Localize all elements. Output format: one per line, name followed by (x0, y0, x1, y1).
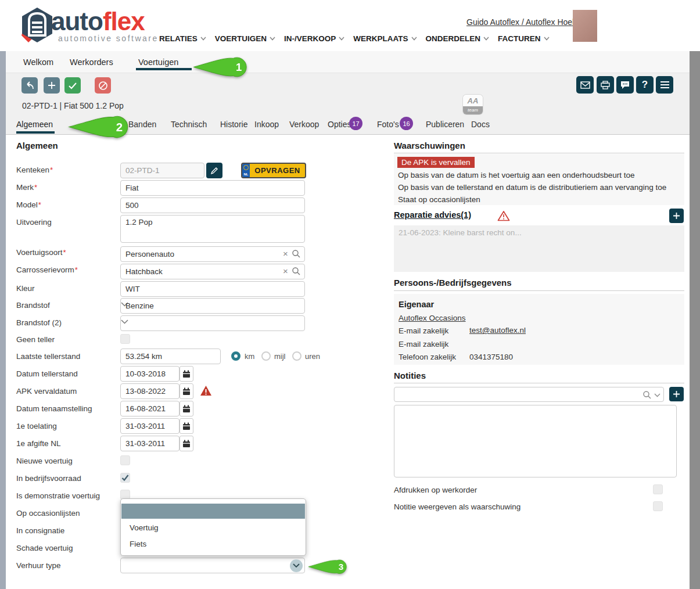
email1-value-link[interactable]: test@autoflex.nl (469, 326, 526, 335)
detail-tab-opties[interactable]: Opties (328, 120, 351, 129)
left-edge-strip (0, 51, 6, 589)
kenteken-input[interactable] (120, 163, 204, 178)
unit-mijl-radio[interactable] (261, 351, 271, 361)
apk-vervaldatum-input[interactable] (120, 383, 180, 399)
tellerstand-label: Laatste tellerstand (16, 352, 80, 361)
verhuur-type-select[interactable] (120, 558, 305, 573)
chevron-down-icon (339, 37, 344, 41)
detail-tab-fotos[interactable]: Foto's (377, 120, 399, 129)
detail-tab-verkoop[interactable]: Verkoop (289, 120, 319, 129)
datum-tenaamstelling-label: Datum tenaamstelling (16, 404, 92, 413)
brandstof2-label: Brandstof (2) (16, 318, 62, 327)
nav-voertuigen[interactable]: VOERTUIGEN (215, 34, 275, 43)
add-button[interactable] (44, 77, 60, 94)
datum-tellerstand-calendar-button[interactable] (180, 366, 193, 382)
print-button[interactable] (597, 76, 614, 94)
autoflex-logo-icon (19, 5, 55, 46)
afgifte-input[interactable] (120, 436, 180, 451)
search-icon[interactable] (642, 390, 652, 400)
brandstof2-select[interactable] (120, 315, 305, 331)
nav-inverkoop[interactable]: IN-/VERKOOP (284, 34, 344, 43)
toelating-input[interactable] (120, 418, 180, 434)
back-button[interactable] (21, 77, 38, 94)
verhuur-type-dropdown-toggle[interactable] (290, 559, 303, 572)
notities-textarea[interactable] (394, 405, 677, 477)
search-icon[interactable] (292, 267, 301, 276)
voertuigsoort-input[interactable] (120, 246, 305, 262)
avatar[interactable] (573, 10, 597, 42)
reparatie-warning-icon (497, 210, 510, 221)
unit-uren-radio[interactable] (292, 351, 301, 361)
tab-voertuigen[interactable]: Voertuigen (138, 58, 178, 67)
edit-kenteken-button[interactable] (206, 163, 222, 178)
toelating-label: 1e toelating (16, 422, 57, 430)
nav-relaties[interactable]: RELATIES (159, 34, 206, 43)
reparatie-advies-link[interactable]: Reparatie advies(1) (394, 210, 471, 220)
clear-icon[interactable]: × (283, 249, 288, 258)
opvragen-button[interactable]: NL OPVRAGEN (241, 163, 306, 178)
help-button[interactable]: ? (636, 76, 654, 94)
dropdown-option-empty[interactable] (121, 504, 305, 519)
consignatie-label: In consignatie (16, 526, 64, 535)
uitvoering-textarea[interactable]: 1.2 Pop (120, 215, 305, 243)
add-reparatie-button[interactable] (669, 209, 684, 223)
clear-icon[interactable]: × (283, 266, 288, 276)
detail-tab-inkoop[interactable]: Inkoop (254, 120, 279, 129)
datum-tenaamstelling-input[interactable] (120, 401, 180, 416)
menu-button[interactable] (656, 76, 673, 94)
question-mark-icon: ? (642, 79, 648, 91)
merk-input[interactable] (120, 180, 305, 196)
detail-tab-publiceren[interactable]: Publiceren (426, 120, 464, 129)
email-button[interactable] (576, 76, 594, 94)
persoons-title: Persoons-/Bedrijfsgegevens (394, 278, 512, 288)
unit-km-radio[interactable] (231, 351, 240, 361)
detail-tab-algemeen[interactable]: Algemeen (16, 120, 53, 129)
datum-tellerstand-input[interactable] (120, 366, 180, 382)
nav-werkplaats[interactable]: WERKPLAATS (353, 34, 417, 43)
eigenaar-link[interactable]: Autoflex Occasions (399, 314, 466, 322)
search-icon[interactable] (292, 249, 301, 258)
calendar-icon (182, 387, 191, 396)
kleur-input[interactable] (120, 281, 305, 297)
chat-bubble-icon (620, 80, 630, 89)
chevron-down-icon (121, 319, 128, 324)
carrosserievorm-input[interactable] (120, 264, 305, 279)
bedrijfsvoorraad-checkbox[interactable] (120, 473, 130, 483)
nav-onderdelen[interactable]: ONDERDELEN (426, 34, 490, 43)
apk-vervaldatum-calendar-button[interactable] (180, 383, 193, 399)
chevron-down-icon (293, 563, 300, 568)
check-icon (68, 82, 77, 89)
apk-expired-badge: De APK is vervallen (397, 157, 475, 168)
nieuwe-voertuig-checkbox[interactable] (120, 455, 130, 465)
afdrukken-checkbox[interactable] (653, 484, 663, 494)
chat-button[interactable] (616, 76, 634, 94)
geen-teller-checkbox[interactable] (120, 334, 130, 344)
detail-tab-historie[interactable]: Historie (220, 120, 247, 129)
tellerstand-input[interactable] (120, 349, 221, 364)
printer-icon (601, 81, 610, 89)
hamburger-icon (660, 81, 669, 88)
model-input[interactable] (120, 197, 305, 213)
user-account-link[interactable]: Guido Autoflex / Autoflex Hoekje (466, 17, 583, 27)
dropdown-option-fiets[interactable]: Fiets (130, 540, 146, 548)
tab-welkom[interactable]: Welkom (23, 58, 53, 67)
vertical-scrollbar[interactable] (690, 51, 700, 589)
detail-tab-docs[interactable]: Docs (471, 120, 490, 129)
afgifte-calendar-button[interactable] (180, 436, 193, 451)
toelating-calendar-button[interactable] (180, 418, 193, 434)
detail-tab-technisch[interactable]: Technisch (171, 120, 207, 129)
notitie-warning-checkbox[interactable] (653, 501, 663, 511)
svg-text:3: 3 (339, 562, 344, 572)
email1-label: E-mail zakelijk (399, 326, 448, 335)
unit-mijl-label: mijl (274, 352, 286, 361)
brandstof-select[interactable]: Benzine (120, 298, 305, 314)
save-button[interactable] (64, 77, 81, 94)
tab-werkorders[interactable]: Werkorders (70, 58, 113, 67)
datum-tenaamstelling-calendar-button[interactable] (180, 401, 193, 416)
chevron-down-icon[interactable] (654, 393, 660, 397)
dropdown-option-voertuig[interactable]: Voertuig (130, 523, 159, 532)
nav-facturen[interactable]: FACTUREN (498, 34, 550, 43)
add-notitie-button[interactable] (669, 387, 684, 401)
notities-search-input[interactable] (394, 387, 664, 402)
cancel-button[interactable] (95, 77, 111, 94)
